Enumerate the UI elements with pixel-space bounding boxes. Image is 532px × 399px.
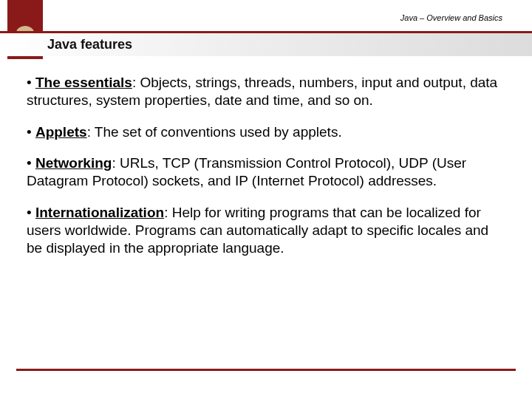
slide: Java – Overview and Basics P L Java feat…: [0, 0, 532, 399]
slide-title: Java features: [47, 37, 132, 52]
bullet-item: • Internationalization: Help for writing…: [27, 204, 505, 258]
content-area: • The essentials: Objects, strings, thre…: [27, 74, 505, 271]
title-band: Java features: [0, 31, 532, 56]
footer-divider: [16, 369, 516, 371]
bullet-lead: Applets: [35, 124, 87, 140]
bullet-text: : The set of conventions used by applets…: [87, 124, 342, 140]
bullet-lead: Networking: [35, 155, 112, 171]
course-label: Java – Overview and Basics: [400, 13, 502, 22]
bullet-lead: Internationalization: [35, 205, 164, 220]
bullet-item: • Networking: URLs, TCP (Transmission Co…: [27, 154, 505, 191]
bullet-lead: The essentials: [35, 75, 132, 90]
bullet-item: • Applets: The set of conventions used b…: [27, 123, 505, 141]
bullet-item: • The essentials: Objects, strings, thre…: [27, 74, 505, 110]
